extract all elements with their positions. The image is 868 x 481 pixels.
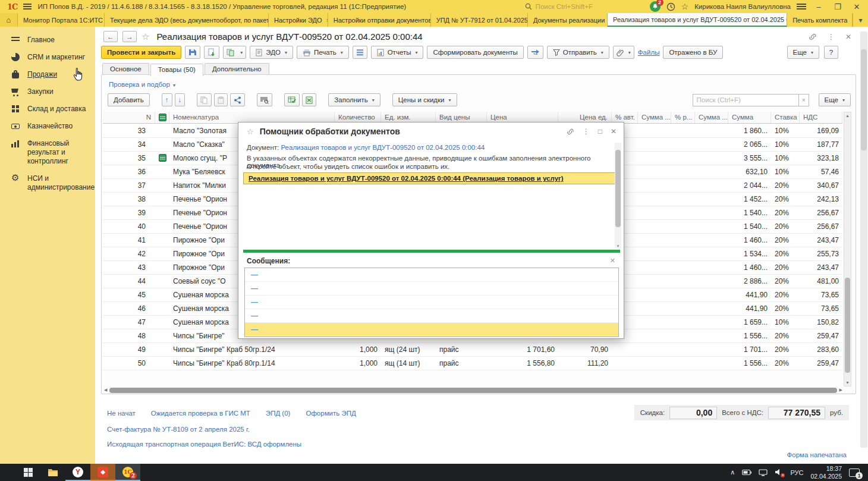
discount-field[interactable]: 0,00 — [669, 407, 717, 419]
message-row[interactable]: — — [245, 323, 618, 337]
help-button[interactable]: ? — [824, 46, 838, 59]
message-link[interactable]: — — [251, 298, 258, 306]
scroll-left-arrow[interactable]: ◀ — [104, 388, 107, 392]
add-row-button[interactable]: Добавить — [108, 93, 150, 106]
browser-icon[interactable]: Y — [65, 464, 90, 481]
dialog-scroll-down-arrow[interactable]: ▼ — [615, 244, 621, 248]
message-link[interactable]: — — [251, 325, 258, 334]
form-tab[interactable]: Товары (50) — [150, 64, 203, 76]
window-tab[interactable]: Текущие дела ЭДО (весь документооборот, … — [105, 13, 269, 27]
dialog-favorite-star-icon[interactable]: ☆ — [247, 127, 254, 136]
error-object-link[interactable]: Реализация товаров и услуг ВДУТ-009520 о… — [249, 175, 564, 182]
message-link[interactable]: — — [251, 271, 258, 279]
home-tab[interactable]: ⌂ — [0, 13, 18, 27]
dialog-header[interactable]: ☆ Помощник обработки документов ⋮ □ ✕ — [238, 122, 624, 140]
more-button[interactable]: Еще▾ — [787, 46, 819, 59]
window-close-button[interactable]: ✕ — [850, 2, 863, 11]
message-row[interactable]: — — [245, 309, 618, 323]
document-close-icon[interactable]: ✕ — [845, 33, 851, 41]
status-link[interactable]: Оформить ЭПД — [306, 410, 356, 417]
forward-button[interactable]: → — [122, 31, 137, 42]
start-button[interactable] — [15, 464, 40, 481]
sidebar-item[interactable]: CRM и маркетинг — [0, 49, 95, 66]
horizontal-scroll-thumb[interactable] — [109, 388, 836, 393]
table-vertical-scrollbar[interactable]: ▲ ▼ — [844, 112, 851, 386]
window-tab[interactable]: УПД № УТ-7912 от 01.04.2025 × — [431, 13, 528, 27]
onec-taskbar-icon[interactable]: 1С2 — [115, 464, 140, 481]
invoice-link[interactable]: Счет-фактура № УТ-8109 от 2 апреля 2025 … — [107, 426, 250, 433]
language-indicator[interactable]: РУС — [790, 469, 803, 476]
clock[interactable]: 18:37 02.04.2025 — [810, 465, 842, 479]
prices-discounts-button[interactable]: Цены и скидки▾ — [392, 93, 457, 106]
file-explorer-icon[interactable] — [40, 464, 65, 481]
kebab-menu-icon[interactable]: ⋮ — [828, 33, 835, 41]
tabs-overflow-button[interactable]: ▾ — [853, 13, 868, 27]
generate-documents-button[interactable]: Сформировать документы — [427, 46, 523, 59]
volume-muted-icon[interactable]: ✕ — [775, 469, 783, 477]
check-table-button[interactable] — [284, 93, 300, 106]
status-link[interactable]: Ожидается проверка в ГИС МТ — [151, 410, 250, 417]
structure-button[interactable] — [353, 46, 367, 59]
post-document-button[interactable] — [204, 46, 219, 59]
dialog-scroll-thumb[interactable] — [615, 150, 621, 227]
dialog-kebab-icon[interactable]: ⋮ — [583, 127, 590, 136]
export-button[interactable] — [302, 93, 316, 106]
favorite-star-icon[interactable]: ☆ — [141, 32, 149, 42]
table-row[interactable]: 50 Чипсы "Бингре" Краб 80гр.1/14 1,000 я… — [103, 357, 842, 370]
battery-icon[interactable] — [742, 469, 751, 476]
status-link[interactable]: Не начат — [107, 410, 136, 417]
dialog-maximize-icon[interactable]: □ — [598, 127, 602, 136]
table-search-input[interactable] — [693, 94, 798, 106]
dialog-doc-link[interactable]: Реализация товаров и услуг ВДУТ-009520 о… — [281, 144, 485, 151]
save-button[interactable] — [185, 46, 200, 59]
reflected-in-bu-button[interactable]: Отражено в БУ — [663, 46, 723, 59]
vertical-scroll-thumb[interactable] — [845, 278, 850, 373]
dialog-link-icon[interactable] — [567, 128, 574, 136]
check-and-select-link[interactable]: Проверка и подбор — [109, 81, 170, 88]
message-link[interactable]: — — [251, 284, 258, 293]
link-icon[interactable] — [809, 33, 817, 41]
global-search[interactable]: Поиск Ctrl+Shift+F — [525, 3, 644, 10]
message-row[interactable]: — — [245, 282, 618, 295]
reports-button[interactable]: Отчеты▾ — [371, 46, 424, 59]
sidebar-item[interactable]: Финансовый результат и контроллинг — [0, 135, 95, 170]
window-scrollbar[interactable] — [860, 32, 867, 448]
paste-button[interactable] — [214, 93, 228, 106]
edo-button[interactable]: ЭДО▾ — [250, 46, 293, 59]
window-tab[interactable]: Настройки отправки документов × — [328, 13, 431, 27]
window-minimize-button[interactable]: – — [812, 2, 825, 11]
move-up-button[interactable]: ↑ — [162, 93, 172, 106]
exchange-button[interactable] — [527, 46, 543, 59]
vetis-link[interactable]: Исходящая транспортная операция ВетИС: В… — [107, 441, 301, 448]
sidebar-item[interactable]: Закупки — [0, 83, 95, 100]
attachments-button[interactable]: ▾ — [613, 46, 634, 59]
barcode-scan-button[interactable] — [257, 93, 272, 106]
share-button[interactable] — [230, 93, 245, 106]
network-icon[interactable] — [759, 469, 768, 476]
sidebar-item[interactable]: НСИ и администрирование — [0, 170, 95, 196]
message-link[interactable]: — — [251, 312, 258, 320]
notifications-bell[interactable]: 2 — [650, 1, 661, 12]
back-button[interactable]: ← — [103, 31, 118, 42]
notification-center-icon[interactable]: 1 — [849, 469, 860, 477]
sidebar-item[interactable]: Казначейство — [0, 118, 95, 135]
table-row[interactable]: 49 Чипсы "Бингре" Краб 50гр.1/24 1,000 я… — [103, 343, 842, 357]
dialog-scrollbar[interactable]: ▼ — [615, 143, 621, 249]
window-tab[interactable]: Документы реализации × — [528, 13, 608, 27]
remote-app-icon[interactable]: ◆ — [90, 464, 115, 481]
form-tab[interactable]: Дополнительно — [205, 63, 269, 76]
message-row[interactable]: — — [245, 268, 618, 282]
form-printed-link[interactable]: Форма напечатана — [787, 451, 847, 458]
favorites-star-icon[interactable]: ☆ — [681, 2, 689, 11]
table-horizontal-scrollbar[interactable]: ◀ ▶ — [104, 386, 842, 394]
window-tab[interactable]: Печать комплекта × — [787, 13, 853, 27]
user-name[interactable]: Кирикова Наиля Валиулловна — [694, 3, 791, 10]
sidebar-item[interactable]: Склад и доставка — [0, 100, 95, 118]
clear-search-button[interactable]: × — [798, 94, 809, 106]
window-maximize-button[interactable]: ❐ — [831, 2, 844, 11]
main-menu-icon[interactable] — [23, 4, 32, 10]
window-scroll-thumb[interactable] — [861, 49, 867, 150]
create-based-on-button[interactable]: ▾ — [223, 46, 246, 59]
window-tab[interactable]: Настройки ЭДО × — [269, 13, 328, 27]
form-tab[interactable]: Основное — [102, 63, 149, 76]
